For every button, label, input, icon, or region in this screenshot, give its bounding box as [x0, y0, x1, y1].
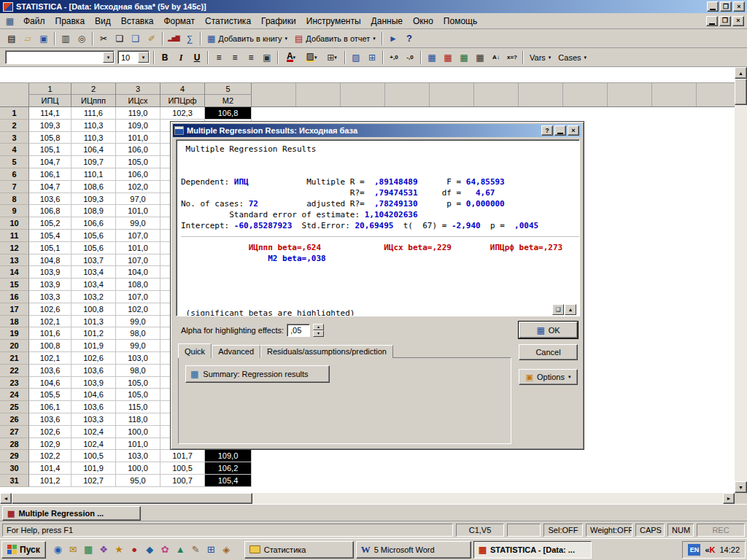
cell-r19-c3[interactable]: 98,0 — [116, 327, 160, 340]
cell-r13-c2[interactable]: 103,7 — [71, 254, 116, 267]
menu-item-3[interactable]: Вид — [90, 14, 116, 28]
increase-decimal-icon[interactable]: +,0 — [386, 50, 402, 66]
dialog-title-bar[interactable]: Multiple Regression Results: Исходная ба… — [173, 124, 581, 137]
row-number-28[interactable]: 28 — [0, 438, 29, 451]
row-number-14[interactable]: 14 — [0, 266, 29, 279]
cell-r9-c1[interactable]: 106,8 — [29, 205, 71, 217]
cell-r1-c1[interactable]: 114,1 — [29, 107, 71, 120]
cell-r6-c1[interactable]: 106,1 — [29, 168, 71, 181]
row-number-19[interactable]: 19 — [0, 327, 29, 340]
task-button-statistica[interactable]: ▦ STATISTICA - [Data: ... — [473, 541, 592, 559]
cell-r25-c3[interactable]: 115,0 — [116, 401, 160, 413]
cell-r6-c3[interactable]: 106,0 — [116, 168, 160, 181]
cell-r3-c3[interactable]: 101,0 — [116, 132, 160, 144]
horizontal-scrollbar[interactable]: ◄ ► — [0, 493, 735, 504]
tray-icon-2[interactable]: K — [710, 545, 716, 554]
tab-residuals-assumptions-prediction[interactable]: Residuals/assumptions/prediction — [260, 345, 393, 358]
cell-r7-c1[interactable]: 104,7 — [29, 181, 71, 193]
cell-r27-c2[interactable]: 102,4 — [71, 426, 116, 438]
cell-r23-c3[interactable]: 105,0 — [116, 377, 160, 389]
menu-item-5[interactable]: Формат — [158, 14, 200, 28]
alpha-spin-down-icon[interactable]: ▾ — [313, 330, 324, 337]
underline-icon[interactable]: U — [189, 50, 205, 66]
row-number-9[interactable]: 9 — [0, 205, 29, 217]
row-number-4[interactable]: 4 — [0, 144, 29, 156]
cell-r18-c3[interactable]: 99,0 — [116, 316, 160, 328]
ok-button[interactable]: ▦ OK — [519, 322, 578, 338]
cell-r28-c1[interactable]: 102,9 — [29, 438, 71, 451]
menu-item-10[interactable]: Окно — [408, 14, 438, 28]
menu-item-7[interactable]: Графики — [256, 14, 301, 28]
scroll-left-icon[interactable]: ◄ — [0, 493, 12, 504]
cell-r16-c1[interactable]: 103,3 — [29, 291, 71, 303]
scroll-top-icon[interactable]: ▴ — [565, 304, 576, 315]
row-number-7[interactable]: 7 — [0, 181, 29, 193]
cell-r29-c2[interactable]: 100,5 — [71, 450, 116, 462]
cell-r16-c3[interactable]: 107,0 — [116, 291, 160, 303]
vertical-scroll-thumb[interactable] — [735, 79, 747, 105]
cut-icon[interactable]: ✂ — [96, 31, 112, 47]
cell-r13-c1[interactable]: 104,8 — [29, 254, 71, 267]
cell-r25-c2[interactable]: 103,6 — [71, 401, 116, 413]
quick-launch-icon-9[interactable]: ▲ — [174, 543, 187, 556]
row-number-18[interactable]: 18 — [0, 316, 29, 328]
scroll-up-icon[interactable]: ▲ — [735, 67, 747, 79]
quick-launch-icon-3[interactable]: ▦ — [82, 543, 95, 556]
row-number-23[interactable]: 23 — [0, 377, 29, 389]
cell-r15-c3[interactable]: 108,0 — [116, 279, 160, 291]
menu-item-4[interactable]: Вставка — [116, 14, 159, 28]
cell-r18-c1[interactable]: 102,1 — [29, 316, 71, 328]
cell-r9-c3[interactable]: 101,0 — [116, 205, 160, 217]
cell-r10-c2[interactable]: 106,6 — [71, 217, 116, 230]
column-header-1[interactable]: 1ИПЦ — [29, 83, 71, 106]
cell-r8-c1[interactable]: 103,6 — [29, 193, 71, 206]
cell-r2-c2[interactable]: 110,3 — [71, 120, 116, 132]
task-button-statistika-folder[interactable]: Статистика — [244, 541, 354, 559]
cell-r11-c1[interactable]: 105,4 — [29, 230, 71, 242]
cell-r16-c2[interactable]: 103,2 — [71, 291, 116, 303]
cells-block-icon-1[interactable]: ▦ — [424, 50, 440, 66]
cell-r27-c1[interactable]: 102,6 — [29, 426, 71, 438]
cell-r8-c3[interactable]: 97,0 — [116, 193, 160, 206]
child-minimize-button[interactable] — [706, 16, 718, 26]
cell-r4-c1[interactable]: 105,1 — [29, 144, 71, 156]
column-header-4[interactable]: 4ИПЦрф — [160, 83, 205, 106]
row-number-29[interactable]: 29 — [0, 450, 29, 462]
cell-r29-c1[interactable]: 102,2 — [29, 450, 71, 462]
minimize-button[interactable] — [707, 1, 719, 12]
cell-r24-c1[interactable]: 105,5 — [29, 389, 71, 401]
align-right-icon[interactable]: ≡ — [243, 50, 259, 66]
cell-r31-c2[interactable]: 102,7 — [71, 475, 116, 487]
grid-icon[interactable]: ⊞ — [364, 50, 380, 66]
dialog-help-button[interactable]: ? — [541, 125, 553, 136]
bold-icon[interactable]: B — [157, 50, 173, 66]
horizontal-scroll-thumb[interactable] — [12, 493, 252, 504]
row-number-30[interactable]: 30 — [0, 462, 29, 475]
cell-r12-c1[interactable]: 105,1 — [29, 242, 71, 254]
row-number-25[interactable]: 25 — [0, 401, 29, 413]
quick-launch-icon-11[interactable]: ⊞ — [205, 543, 217, 556]
options-button[interactable]: ▣ Options ▾ — [519, 369, 578, 385]
cell-r18-c2[interactable]: 101,3 — [71, 316, 116, 328]
cell-r29-c5[interactable]: 109,0 — [205, 450, 252, 462]
cell-r21-c3[interactable]: 103,0 — [116, 352, 160, 365]
menu-item-11[interactable]: Помощь — [438, 14, 482, 28]
cell-r17-c2[interactable]: 100,8 — [71, 303, 116, 316]
cell-r30-c5[interactable]: 106,2 — [205, 462, 252, 475]
child-close-button[interactable]: × — [732, 16, 744, 26]
cell-r8-c2[interactable]: 109,3 — [71, 193, 116, 206]
quick-launch-icon-7[interactable]: ◆ — [144, 543, 156, 556]
cell-r23-c1[interactable]: 104,6 — [29, 377, 71, 389]
task-button-word[interactable]: W 5 Microsoft Word — [356, 541, 471, 559]
print-preview-icon[interactable]: ◎ — [74, 31, 90, 47]
font-name-combo[interactable]: ▾ — [5, 50, 115, 64]
cell-r28-c2[interactable]: 102,4 — [71, 438, 116, 451]
cell-r13-c3[interactable]: 107,0 — [116, 254, 160, 267]
graphs-icon[interactable]: ▂▅▇ — [166, 31, 182, 47]
row-number-31[interactable]: 31 — [0, 475, 29, 487]
cell-r19-c2[interactable]: 101,2 — [71, 327, 116, 340]
row-number-27[interactable]: 27 — [0, 426, 29, 438]
cell-r30-c3[interactable]: 100,0 — [116, 462, 160, 475]
start-button[interactable]: Пуск — [1, 541, 46, 559]
cell-r2-c1[interactable]: 109,3 — [29, 120, 71, 132]
